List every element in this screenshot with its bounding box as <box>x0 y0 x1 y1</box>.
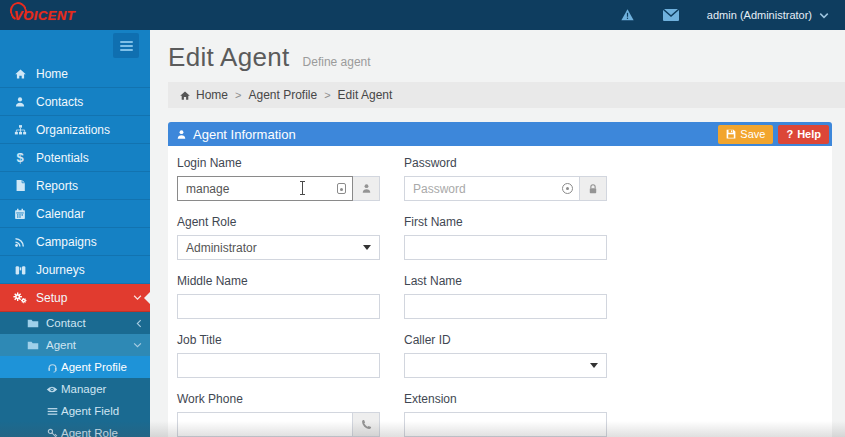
agent-role-control: Administrator <box>177 235 380 260</box>
voicent-logo[interactable]: VOICENT <box>0 6 150 24</box>
sidebar-item-contacts[interactable]: Contacts <box>0 88 150 116</box>
agent-role-select[interactable]: Administrator <box>177 235 380 260</box>
page-subtitle: Define agent <box>303 55 371 69</box>
top-navbar: VOICENT admin (Administrator) <box>0 0 845 30</box>
select-caret-icon <box>590 363 598 368</box>
file-icon <box>12 179 28 192</box>
submenu-item-agent-role[interactable]: Agent Role <box>0 422 150 437</box>
breadcrumb-separator: > <box>324 89 330 101</box>
binoculars-icon <box>12 264 28 276</box>
save-button[interactable]: Save <box>718 125 773 144</box>
extension-control <box>404 412 607 437</box>
submenu-item-agent-profile[interactable]: Agent Profile <box>0 356 150 378</box>
chevron-down-icon <box>133 294 142 301</box>
password-input[interactable] <box>404 176 580 201</box>
login-name-control <box>177 176 380 201</box>
breadcrumb-agent-profile[interactable]: Agent Profile <box>248 88 317 102</box>
extension-label: Extension <box>404 392 607 406</box>
user-menu[interactable]: admin (Administrator) <box>707 9 829 21</box>
agent-role-value: Administrator <box>186 241 257 255</box>
submenu-item-label: Agent Role <box>61 427 118 437</box>
login-name-label: Login Name <box>177 156 380 170</box>
sidebar-item-potentials[interactable]: $ Potentials <box>0 144 150 172</box>
work-phone-label: Work Phone <box>177 392 380 406</box>
active-item-arrow <box>144 292 150 304</box>
user-icon <box>176 129 187 140</box>
phone-icon <box>361 419 372 430</box>
text-cursor-pointer <box>302 182 303 194</box>
first-name-group: First Name <box>404 211 607 260</box>
last-name-control <box>404 294 607 319</box>
lock-icon <box>588 183 598 195</box>
sidebar-item-organizations[interactable]: Organizations <box>0 116 150 144</box>
user-icon <box>361 183 372 194</box>
content-header: Edit Agent Define agent <box>150 30 845 82</box>
sidebar-item-label: Campaigns <box>36 235 97 249</box>
dollar-icon: $ <box>12 150 28 165</box>
alert-icon[interactable] <box>620 8 635 22</box>
sidebar-item-setup[interactable]: Setup <box>0 284 150 312</box>
sidebar-item-label: Calendar <box>36 207 85 221</box>
sidebar-item-calendar[interactable]: Calendar <box>0 200 150 228</box>
login-name-addon <box>353 176 380 201</box>
sidebar-item-reports[interactable]: Reports <box>0 172 150 200</box>
caller-id-select[interactable] <box>404 353 607 378</box>
password-control <box>404 176 607 201</box>
caller-id-label: Caller ID <box>404 333 607 347</box>
submenu-item-contact[interactable]: Contact <box>0 312 150 334</box>
breadcrumb: Home > Agent Profile > Edit Agent <box>168 82 845 108</box>
password-addon <box>580 176 607 201</box>
agent-information-panel: Agent Information Save ? Help <box>168 122 832 437</box>
sidebar-item-label: Potentials <box>36 151 89 165</box>
agent-role-label: Agent Role <box>177 215 380 229</box>
help-button[interactable]: ? Help <box>778 125 829 144</box>
middle-name-control <box>177 294 380 319</box>
sidebar-item-home[interactable]: Home <box>0 60 150 88</box>
sidebar-item-label: Organizations <box>36 123 110 137</box>
job-title-group: Job Title <box>177 329 380 378</box>
login-name-input[interactable] <box>177 176 353 201</box>
panel-buttons: Save ? Help <box>718 125 829 144</box>
breadcrumb-separator: > <box>235 89 241 101</box>
autofill-icon[interactable] <box>337 183 346 194</box>
sidebar-item-label: Home <box>36 67 68 81</box>
submenu-item-manager[interactable]: Manager <box>0 378 150 400</box>
middle-name-input[interactable] <box>177 294 380 319</box>
folder-icon <box>26 318 40 328</box>
calendar-icon <box>12 208 28 220</box>
breadcrumb-home[interactable]: Home <box>196 88 228 102</box>
gears-icon <box>12 291 28 304</box>
middle-name-group: Middle Name <box>177 270 380 319</box>
password-group: Password <box>404 152 607 201</box>
last-name-input[interactable] <box>404 294 607 319</box>
first-name-control <box>404 235 607 260</box>
work-phone-group: Work Phone <box>177 388 380 437</box>
password-reveal-icon[interactable] <box>562 183 573 194</box>
job-title-input[interactable] <box>177 353 380 378</box>
submenu-item-agent-field[interactable]: Agent Field <box>0 400 150 422</box>
eye-icon <box>46 385 58 394</box>
list-icon <box>46 407 58 416</box>
app-window: VOICENT admin (Administrator) Home <box>0 0 845 437</box>
user-menu-label: admin (Administrator) <box>707 9 812 21</box>
sidebar-item-campaigns[interactable]: Campaigns <box>0 228 150 256</box>
panel-body: Login Name Password <box>168 146 832 437</box>
key-icon <box>46 428 58 437</box>
sidebar-item-journeys[interactable]: Journeys <box>0 256 150 284</box>
select-caret-icon <box>363 245 371 250</box>
work-phone-input[interactable] <box>177 412 353 437</box>
caller-id-control <box>404 353 607 378</box>
work-phone-addon <box>353 412 380 437</box>
work-phone-control <box>177 412 380 437</box>
home-icon <box>12 68 28 80</box>
submenu-item-label: Contact <box>46 317 86 329</box>
hamburger-menu-icon[interactable] <box>113 33 139 58</box>
extension-input[interactable] <box>404 412 607 437</box>
first-name-label: First Name <box>404 215 607 229</box>
save-button-label: Save <box>740 128 765 140</box>
submenu-item-agent[interactable]: Agent <box>0 334 150 356</box>
mail-icon[interactable] <box>663 9 679 21</box>
first-name-input[interactable] <box>404 235 607 260</box>
chevron-down-icon <box>133 342 142 348</box>
page-title: Edit Agent <box>168 42 290 73</box>
